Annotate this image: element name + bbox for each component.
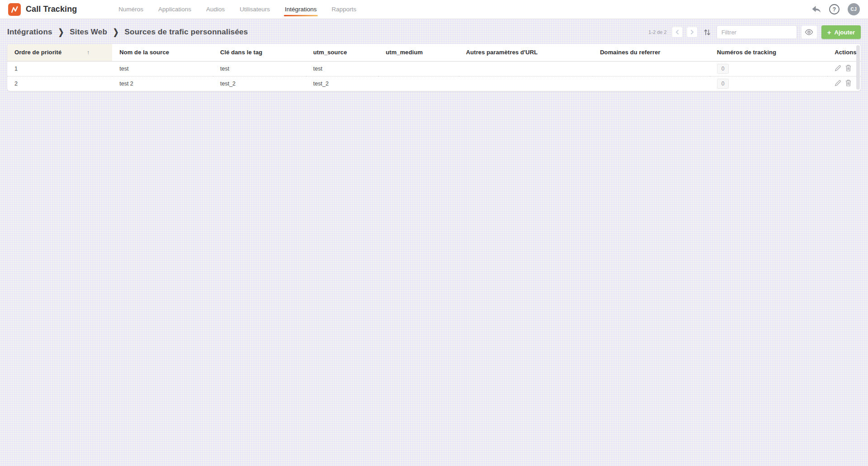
plus-icon: + — [827, 29, 831, 36]
column-header-label: Ordre de priorité — [14, 49, 61, 56]
cell-ordre: 1 — [7, 61, 112, 76]
chevron-left-icon — [675, 30, 679, 34]
pencil-icon — [835, 65, 841, 71]
nav-item-utilisateurs[interactable]: Utilisateurs — [240, 0, 270, 19]
pencil-icon — [835, 80, 841, 86]
column-header-cle-dans-le-tag[interactable]: Clé dans le tag — [213, 44, 306, 61]
filter-input[interactable] — [717, 25, 797, 39]
back-button[interactable] — [811, 5, 821, 13]
top-navigation: Numéros Applications Audios Utilisateurs… — [118, 0, 356, 19]
app-logo-icon[interactable] — [8, 3, 21, 16]
back-arrow-icon — [811, 5, 821, 13]
table-row[interactable]: 2 test 2 test_2 test_2 0 — [7, 76, 861, 91]
cell-utm-medium — [378, 61, 458, 76]
trash-icon — [845, 80, 851, 86]
app-title: Call Tracking — [26, 5, 77, 14]
pagination-next-button[interactable] — [687, 27, 698, 38]
nav-item-applications[interactable]: Applications — [158, 0, 191, 19]
column-header-utm-medium[interactable]: utm_medium — [378, 44, 458, 61]
column-header-numeros-de-tracking[interactable]: Numéros de tracking — [710, 44, 828, 61]
table-scrollbar[interactable] — [856, 45, 860, 90]
sort-ascending-icon: ↑ — [87, 49, 105, 56]
cell-cle: test — [213, 61, 306, 76]
cell-autres-parametres — [459, 61, 593, 76]
cell-nom: test 2 — [112, 76, 213, 91]
column-header-autres-parametres-url[interactable]: Autres paramètres d'URL — [459, 44, 593, 61]
chevron-right-icon: ❯ — [58, 27, 64, 38]
pagination-prev-button[interactable] — [672, 27, 683, 38]
table-row[interactable]: 1 test test test 0 — [7, 61, 861, 76]
svg-text:?: ? — [833, 6, 836, 13]
page-header: Intégrations ❯ Sites Web ❯ Sources de tr… — [7, 24, 861, 40]
breadcrumb: Intégrations ❯ Sites Web ❯ Sources de tr… — [7, 28, 248, 37]
help-button[interactable]: ? — [829, 4, 840, 15]
cell-ordre: 2 — [7, 76, 112, 91]
column-header-nom-de-la-source[interactable]: Nom de la source — [112, 44, 213, 61]
cell-utm-medium — [378, 76, 458, 91]
nav-item-rapports[interactable]: Rapports — [332, 0, 357, 19]
breadcrumb-sites-web[interactable]: Sites Web — [70, 28, 107, 37]
topbar-right-actions: ? CJ — [811, 3, 860, 15]
user-avatar[interactable]: CJ — [848, 3, 860, 15]
tracking-count-badge: 0 — [717, 79, 729, 89]
cell-domaines — [593, 76, 710, 91]
row-actions — [835, 80, 851, 86]
column-header-utm-source[interactable]: utm_source — [306, 44, 378, 61]
cell-numeros: 0 — [710, 61, 828, 76]
eye-icon — [805, 29, 813, 35]
pagination-range: 1-2 de 2 — [648, 29, 666, 35]
top-bar: Call Tracking Numéros Applications Audio… — [0, 0, 868, 19]
column-header-actions: Actions — [827, 44, 861, 61]
cell-autres-parametres — [459, 76, 593, 91]
add-button-label: Ajouter — [835, 29, 855, 36]
pulse-line-icon — [10, 5, 19, 14]
page-content: Intégrations ❯ Sites Web ❯ Sources de tr… — [0, 24, 868, 91]
tracking-count-badge: 0 — [717, 64, 729, 74]
breadcrumb-integrations[interactable]: Intégrations — [7, 28, 52, 37]
nav-item-audios[interactable]: Audios — [206, 0, 225, 19]
sources-table: Ordre de priorité ↑ Nom de la source Clé… — [7, 44, 861, 91]
add-button[interactable]: + Ajouter — [821, 25, 861, 39]
cell-domaines — [593, 61, 710, 76]
chevron-right-icon: ❯ — [113, 27, 119, 38]
cell-utm-source: test — [306, 61, 378, 76]
cell-nom: test — [112, 61, 213, 76]
question-circle-icon: ? — [829, 4, 840, 15]
column-header-ordre-de-priorite[interactable]: Ordre de priorité ↑ — [7, 44, 112, 61]
table-toolbar: 1-2 de 2 — [648, 25, 861, 39]
nav-item-integrations[interactable]: Intégrations — [285, 0, 317, 19]
sources-table-card: Ordre de priorité ↑ Nom de la source Clé… — [7, 44, 861, 91]
nav-item-numeros[interactable]: Numéros — [118, 0, 143, 19]
scrollbar-thumb[interactable] — [856, 45, 860, 90]
chevron-right-icon — [690, 30, 694, 34]
arrows-up-down-icon — [703, 29, 711, 36]
edit-button[interactable] — [835, 80, 841, 86]
trash-icon — [845, 65, 851, 71]
table-header-row: Ordre de priorité ↑ Nom de la source Clé… — [7, 44, 861, 61]
delete-button[interactable] — [845, 65, 851, 71]
column-visibility-button[interactable] — [801, 25, 817, 39]
row-actions — [835, 65, 851, 71]
column-header-domaines-du-referrer[interactable]: Domaines du referrer — [593, 44, 710, 61]
cell-cle: test_2 — [213, 76, 306, 91]
cell-numeros: 0 — [710, 76, 828, 91]
sort-order-button[interactable] — [703, 29, 711, 36]
delete-button[interactable] — [845, 80, 851, 86]
edit-button[interactable] — [835, 65, 841, 71]
cell-utm-source: test_2 — [306, 76, 378, 91]
page-title: Sources de trafic personnalisées — [125, 28, 248, 37]
